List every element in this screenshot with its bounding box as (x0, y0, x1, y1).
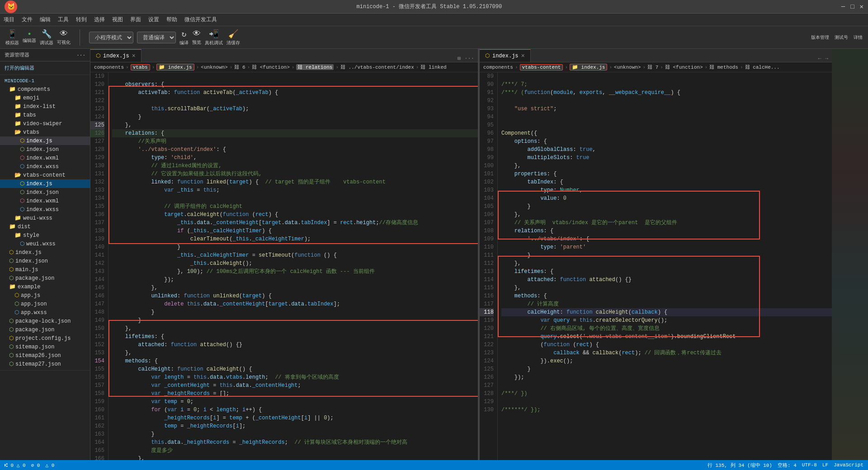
sidebar-item-vtabs-indexwxml[interactable]: ⬡ index.wxml (0, 154, 90, 162)
project-title[interactable]: MINICODE-1 (0, 77, 90, 85)
sidebar-item-vtabscontent-indexjson[interactable]: ⬡ index.json (0, 188, 90, 197)
code-line: } (501, 251, 832, 259)
menu-help[interactable]: 帮助 (166, 16, 177, 24)
left-editor-pane: ⬡ index.js × ⊞ ··· components › vtabs › (90, 49, 478, 460)
code-line (501, 72, 832, 80)
menu-goto[interactable]: 转到 (76, 16, 87, 24)
folder-icon: 📁 (14, 103, 21, 110)
detail-button[interactable]: 详情 (854, 34, 863, 41)
git-status[interactable]: ⑆ 0 △ 0 (5, 462, 26, 468)
menu-select[interactable]: 选择 (94, 16, 105, 24)
toolbar: 📱 模拟器 ● 编辑器 🔧 调试器 👁 可视化 小程序模式 普通编译 ↻ 编译 … (0, 26, 868, 49)
right-editor-pane: ⬡ index.js × ← → components › vtabs-cont… (480, 49, 832, 460)
menu-wechat-tools[interactable]: 微信开发工具 (184, 16, 217, 24)
clean-button[interactable]: 🧹 清缓存 (226, 29, 240, 46)
cursor-position[interactable]: 行 135, 列 34 (缩中 10) (708, 462, 772, 469)
left-tab-indexjs[interactable]: ⬡ index.js × (90, 49, 142, 62)
line-ending-indicator[interactable]: LF (822, 462, 828, 468)
maximize-button[interactable]: □ (850, 3, 854, 10)
menu-tools[interactable]: 工具 (58, 16, 69, 24)
sidebar-item-appwxss[interactable]: ⬡ app.wxss (0, 308, 90, 317)
code-line: methods: { (112, 357, 478, 365)
sidebar-item-vtabs[interactable]: 📂 vtabs (0, 128, 90, 136)
sidebar-item-vtabscontent-indexwxss[interactable]: ⬡ index.wxss (0, 205, 90, 214)
warning-count[interactable]: △ 0 (45, 462, 54, 468)
code-line: type: 'parent' (501, 243, 832, 251)
sidebar-item-indexjs[interactable]: ⬡ index.js (0, 248, 90, 257)
menu-view[interactable]: 视图 (112, 16, 123, 24)
preview-button[interactable]: 👁 预览 (192, 29, 201, 46)
debugger-button[interactable]: 🔧 调试器 (40, 29, 53, 46)
sidebar-item-video-swiper[interactable]: 📁 video-swiper (0, 119, 90, 128)
left-tab-close[interactable]: × (132, 52, 136, 60)
language-indicator[interactable]: JavaScript (834, 462, 863, 468)
sidebar-item-vtabs-indexjson[interactable]: ⬡ index.json (0, 145, 90, 154)
sidebar-item-appjs[interactable]: ⬡ app.js (0, 291, 90, 300)
menu-settings[interactable]: 设置 (148, 16, 159, 24)
sidebar-item-weui-wxss[interactable]: 📁 weui-wxss (0, 214, 90, 222)
open-editors-title[interactable]: 打开的编辑器 (0, 63, 90, 73)
sidebar-item-weui-wxss2[interactable]: ⬡ weui.wxss (0, 240, 90, 248)
sidebar-item-style[interactable]: 📁 style (0, 231, 90, 240)
refresh-button[interactable]: ↻ 编译 (179, 29, 189, 46)
right-minimap (832, 49, 868, 460)
sidebar-item-sitemapjson[interactable]: ⬡ sitemap.json (0, 343, 90, 351)
sidebar-item-example[interactable]: 📁 example (0, 282, 90, 291)
right-tab-label: index.js (492, 53, 519, 59)
mode-select[interactable]: 小程序模式 (89, 32, 133, 43)
sidebar-item-sitemap27json[interactable]: ⬡ sitemap27.json (0, 360, 90, 368)
sidebar-item-dist[interactable]: 📁 dist (0, 222, 90, 231)
more-tabs-icon[interactable]: ··· (464, 56, 474, 62)
sidebar-item-sitemap26json[interactable]: ⬡ sitemap26.json (0, 351, 90, 360)
sidebar-item-vtabscontent-indexjs[interactable]: ⬡ index.js (0, 179, 90, 188)
json-file-icon3: ⬡ (9, 258, 14, 264)
simulator-button[interactable]: 📱 模拟器 (5, 29, 19, 46)
sidebar-item-index-list[interactable]: 📁 index-list (0, 102, 90, 111)
sidebar-item-packagejson[interactable]: ⬡ package.json (0, 274, 90, 282)
right-back-icon[interactable]: ← (818, 56, 821, 62)
spaces-indicator[interactable]: 空格: 4 (778, 462, 797, 469)
split-editor-icon[interactable]: ⊞ (458, 55, 461, 62)
sidebar-item-appjson[interactable]: ⬡ app.json (0, 300, 90, 308)
sidebar-item-vtabscontent-indexwxml[interactable]: ⬡ index.wxml (0, 197, 90, 205)
editor-button[interactable]: ● 编辑器 (23, 31, 36, 44)
sidebar-more-icon[interactable]: ··· (76, 52, 85, 58)
sidebar-item-vtabs-indexwxss[interactable]: ⬡ index.wxss (0, 162, 90, 171)
sidebar-item-packagejson2[interactable]: ⬡ package.json (0, 325, 90, 334)
close-button[interactable]: ✕ (860, 3, 863, 10)
sidebar-item-emoji[interactable]: 📁 emoji (0, 94, 90, 102)
left-code-lines: observers: { activeTab: function activeT… (108, 72, 478, 460)
menu-file[interactable]: 文件 (22, 16, 33, 24)
sidebar-item-mainjs[interactable]: ⬡ main.js (0, 265, 90, 274)
error-count[interactable]: ⊘ 0 (31, 462, 40, 468)
wxss-file-icon: ⬡ (20, 163, 24, 170)
compile-select[interactable]: 普通编译 (137, 32, 176, 43)
minimize-button[interactable]: ─ (841, 3, 845, 10)
customization-button[interactable]: 👁 可视化 (57, 29, 71, 46)
sidebar-item-components[interactable]: 📁 components (0, 85, 90, 94)
real-machine-button[interactable]: 📲 真机调试 (205, 29, 223, 46)
menu-interface[interactable]: 界面 (130, 16, 141, 24)
titlebar-title: minicode-1 - 微信开发者工具 Stable 1.05.2107090 (357, 3, 502, 10)
sidebar-item-projectconfig[interactable]: ⬡ project.config.js (0, 334, 90, 343)
sidebar-item-vtabs-content[interactable]: 📂 vtabs-content (0, 171, 90, 179)
left-breadcrumb: components › vtabs › 📁 index.js › <unkno… (90, 62, 478, 72)
menu-edit[interactable]: 编辑 (40, 16, 51, 24)
code-line: lifetimes: { (501, 268, 832, 276)
statusbar-left: ⑆ 0 △ 0 ⊘ 0 △ 0 (5, 462, 54, 468)
right-tab-close[interactable]: × (521, 52, 525, 60)
sidebar-item-tabs[interactable]: 📁 tabs (0, 111, 90, 119)
test-button[interactable]: 测试号 (835, 34, 848, 41)
sidebar-item-indexjson[interactable]: ⬡ index.json (0, 257, 90, 265)
editor-label: 编辑器 (23, 38, 36, 44)
sidebar-item-vtabs-indexjs[interactable]: ⬡ index.js (0, 136, 90, 145)
right-tab-indexjs[interactable]: ⬡ index.js × (480, 49, 531, 62)
right-forward-icon[interactable]: → (825, 56, 828, 62)
left-code-content: 119120121122123 124125126 12712812913013… (90, 72, 478, 460)
version-button[interactable]: 版本管理 (811, 34, 829, 41)
menu-project[interactable]: 项目 (4, 16, 14, 24)
sidebar-header: 资源管理器 ··· (0, 49, 90, 61)
encoding-indicator[interactable]: UTF-8 (802, 462, 817, 468)
sidebar-item-packagelockjson[interactable]: ⬡ package-lock.json (0, 317, 90, 325)
code-line: relations: { (501, 227, 832, 235)
